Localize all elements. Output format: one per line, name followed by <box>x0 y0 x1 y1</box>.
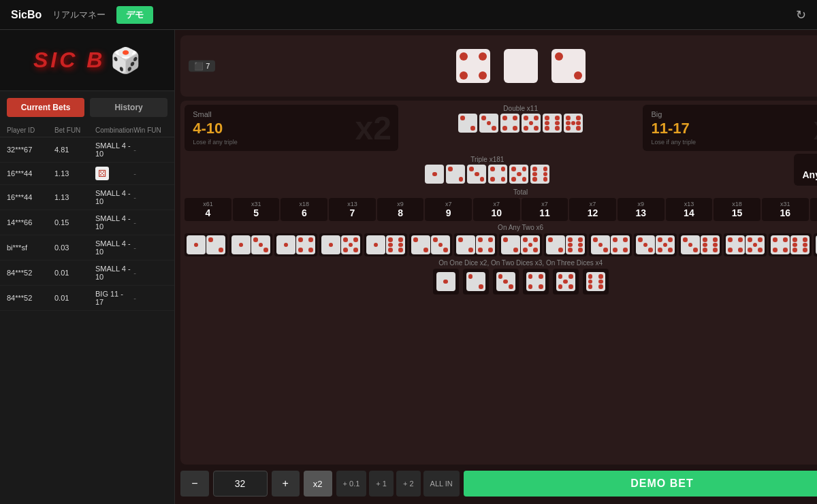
two-dice-combo-box[interactable] <box>229 233 272 256</box>
triple-die-5[interactable] <box>509 165 528 184</box>
double-die-3[interactable] <box>500 114 519 133</box>
two-dice-combo-box[interactable] <box>679 233 722 256</box>
two-dice-combo-box[interactable] <box>589 233 632 256</box>
total-box[interactable]: x614 <box>185 198 231 221</box>
two-dice-combo-box[interactable] <box>769 233 812 256</box>
dot <box>564 52 573 61</box>
dot <box>526 71 534 80</box>
two-dice-combo-box[interactable] <box>274 233 317 256</box>
quick-01-button[interactable]: + 0.1 <box>336 471 367 497</box>
triple-die-6[interactable] <box>530 165 549 184</box>
two-dice-combo-box[interactable] <box>409 233 452 256</box>
dot <box>460 52 468 61</box>
two-dice-combo-box[interactable] <box>499 233 542 256</box>
dot <box>574 71 582 80</box>
total-box[interactable]: x711 <box>522 198 568 221</box>
two-dice-combo-box[interactable] <box>319 233 362 256</box>
two-dice-boxes <box>185 233 817 256</box>
any-triple-bet-area[interactable]: x31 Any Triple <box>794 154 817 186</box>
small-big-double-row: Small 4-10 Lose if any triple x2 Double … <box>185 105 817 151</box>
two-dice-combo-box[interactable] <box>544 233 587 256</box>
bets-table: Player ID Bet FUN Combination Win FUN 32… <box>0 124 174 504</box>
total-box[interactable]: x315 <box>233 198 280 221</box>
dot <box>469 71 477 80</box>
single-dice-label: On One Dice x2, On Two Dices x3, On Thre… <box>185 259 817 267</box>
double-die-2[interactable] <box>479 114 498 133</box>
single-die-4[interactable] <box>523 269 549 295</box>
plus-button[interactable]: + <box>272 471 300 497</box>
double-dice-row <box>402 114 639 133</box>
single-dice-section: On One Dice x2, On Two Dices x3, On Thre… <box>185 259 817 295</box>
triple-die-2[interactable] <box>446 165 465 184</box>
two-dice-section: On Any Two x6 <box>185 224 817 256</box>
total-box[interactable]: x1314 <box>666 198 713 221</box>
dot <box>555 62 563 70</box>
small-bet-area[interactable]: Small 4-10 Lose if any triple x2 <box>185 105 398 151</box>
double-die-6[interactable] <box>564 114 583 133</box>
double-die-4[interactable] <box>522 114 541 133</box>
logo-text: SIC B <box>33 48 105 73</box>
single-die-6[interactable] <box>583 269 609 295</box>
refresh-icon[interactable]: ↻ <box>796 7 806 22</box>
table-row: 84***520.01BIG 11 - 17- <box>0 286 174 311</box>
dot <box>460 62 468 70</box>
dot <box>555 52 563 61</box>
two-dice-combo-box[interactable] <box>364 233 407 256</box>
dot <box>507 62 515 70</box>
dot <box>469 62 477 70</box>
total-box[interactable]: x79 <box>425 198 472 221</box>
triple-die-4[interactable] <box>488 165 507 184</box>
single-die-2[interactable] <box>463 269 489 295</box>
two-dice-combo-box[interactable] <box>634 233 677 256</box>
total-box[interactable]: x137 <box>329 198 376 221</box>
quick-2-button[interactable]: + 2 <box>396 471 421 497</box>
logo-dice-icon: 🎲 <box>110 46 141 75</box>
big-bet-area[interactable]: Big 11-17 Lose if any triple x2 <box>643 105 817 151</box>
demo-toggle-button[interactable]: デモ <box>116 6 153 24</box>
dot <box>555 71 563 80</box>
x2-button[interactable]: x2 <box>304 471 332 497</box>
table-row: bi***sf0.03SMALL 4 - 10- <box>0 235 174 261</box>
two-dice-combo-box[interactable] <box>185 233 227 256</box>
double-die-1[interactable] <box>458 114 477 133</box>
minus-button[interactable]: − <box>180 471 208 497</box>
dot <box>517 71 525 80</box>
single-die-3[interactable] <box>493 269 519 295</box>
two-dice-combo-box[interactable] <box>454 233 497 256</box>
triple-row: Triple x181 <box>185 154 817 186</box>
table-row: 16***441.13⚄- <box>0 163 174 185</box>
total-box[interactable]: x186 <box>281 198 327 221</box>
dot <box>479 71 487 80</box>
demo-bet-button[interactable]: DEMO BET <box>464 471 817 497</box>
bet-amount-display: 32 <box>213 471 268 497</box>
dot <box>507 71 515 80</box>
total-label: Total <box>185 188 817 196</box>
quick-1-button[interactable]: + 1 <box>369 471 394 497</box>
total-box[interactable]: x710 <box>473 198 520 221</box>
table-row: 32***674.81SMALL 4 - 10- <box>0 137 174 163</box>
history-tab[interactable]: History <box>90 98 167 117</box>
big-label: Big <box>651 110 817 118</box>
total-box[interactable]: x3116 <box>762 198 809 221</box>
table-row: 84***520.01SMALL 4 - 10- <box>0 261 174 286</box>
two-dice-combo-box[interactable] <box>724 233 767 256</box>
double-label: Double x11 <box>402 105 639 112</box>
total-box[interactable]: x98 <box>377 198 424 221</box>
center-panel: ⬛ 7 <box>175 30 817 504</box>
triple-die-1[interactable] <box>425 165 444 184</box>
total-box[interactable]: x913 <box>618 198 664 221</box>
total-box[interactable]: x1815 <box>714 198 760 221</box>
single-die-5[interactable] <box>553 269 579 295</box>
dot <box>564 71 573 80</box>
total-box[interactable]: x712 <box>569 198 616 221</box>
single-die-1[interactable] <box>433 269 459 295</box>
double-die-5[interactable] <box>543 114 562 133</box>
triple-die-3[interactable] <box>467 165 486 184</box>
total-box[interactable]: x6117 <box>810 198 818 221</box>
dot <box>517 62 525 70</box>
two-dice-combo-box[interactable] <box>814 233 817 256</box>
current-bets-tab[interactable]: Current Bets <box>7 98 84 117</box>
all-in-button[interactable]: ALL IN <box>423 471 460 497</box>
app-title: SicBo <box>11 9 42 21</box>
col-player-id: Player ID <box>7 127 54 134</box>
